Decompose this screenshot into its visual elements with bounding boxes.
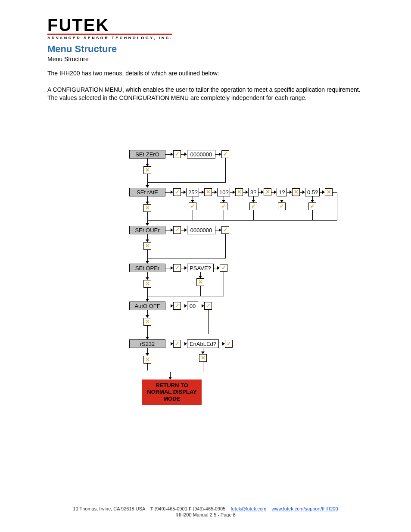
value-set-zero: 0000000 [187, 150, 215, 159]
rate-option-3: 3? [248, 188, 258, 196]
footer-line-1: 10 Thomas, Irvine, CA 92618 USA T (949)-… [0, 506, 411, 511]
cross-icon: ✕ [143, 242, 151, 250]
rate-option-05: 0.5? [305, 188, 320, 196]
check-icon: ✓ [278, 202, 286, 210]
cross-icon: ✕ [143, 204, 151, 212]
logo-text: FUTEK [47, 17, 368, 33]
cross-icon: ✕ [325, 188, 333, 196]
check-icon: ✓ [173, 188, 181, 196]
check-icon: ✓ [308, 202, 316, 210]
footer-address: 10 Thomas, Irvine, CA 92618 USA [73, 506, 145, 511]
cross-icon: ✕ [235, 188, 243, 196]
check-icon: ✓ [189, 202, 196, 210]
menu-flowchart: SEt ZErO ✓ 0000000 ✓ ✕ SEt rAtE ✓ 25? ✕ … [129, 150, 345, 417]
footer-url-link[interactable]: www.futek.com/support/IHH200 [272, 506, 338, 511]
cross-icon: ✕ [143, 318, 151, 326]
rate-option-10: 10? [217, 188, 230, 196]
logo: FUTEK ADVANCED SENSOR TECHNOLOGY, INC. [47, 17, 368, 40]
menu-set-oper: SEt OPEr [129, 264, 165, 272]
check-icon: ✓ [173, 302, 181, 310]
footer-tel: (949)-465-0900 [155, 506, 187, 511]
menu-set-rate: SEt rAtE [129, 188, 165, 196]
cross-icon: ✕ [204, 188, 212, 196]
cross-icon: ✕ [143, 166, 151, 174]
menu-auto-off: AutO OFF [129, 302, 165, 310]
menu-rs232: rS232 [129, 339, 165, 348]
intro-paragraph: The IHH200 has two menus, details of whi… [47, 69, 366, 78]
cross-icon: ✕ [196, 278, 204, 286]
footer: 10 Thomas, Irvine, CA 92618 USA T (949)-… [0, 506, 411, 517]
check-icon: ✓ [220, 202, 227, 210]
check-icon: ✓ [221, 150, 229, 158]
value-rs232: EnAbLEd? [187, 339, 219, 348]
menu-set-ouer: SEt OUEr [129, 226, 165, 234]
rate-option-25: 25? [186, 188, 199, 196]
section-heading: Menu Structure [47, 44, 368, 55]
footer-email-link[interactable]: futek@futek.com [231, 506, 267, 511]
check-icon: ✓ [173, 226, 181, 234]
check-icon: ✓ [173, 340, 181, 348]
value-set-ouer: 0000000 [187, 226, 215, 234]
footer-fax: (949)-465-0905 [193, 506, 225, 511]
cross-icon: ✕ [199, 354, 207, 362]
page: FUTEK ADVANCED SENSOR TECHNOLOGY, INC. M… [0, 0, 411, 532]
value-auto-off: 00 [187, 302, 198, 310]
footer-fax-label: F [189, 506, 192, 511]
check-icon: ✓ [225, 340, 233, 348]
check-icon: ✓ [221, 226, 229, 234]
footer-line-2: IHH200 Manual 2.5 - Page 8 [0, 512, 411, 517]
check-icon: ✓ [173, 150, 181, 158]
check-icon: ✓ [249, 202, 257, 210]
menu-set-zero: SEt ZErO [129, 150, 165, 159]
logo-tagline: ADVANCED SENSOR TECHNOLOGY, INC. [47, 36, 368, 40]
check-icon: ✓ [204, 302, 212, 310]
value-set-oper: PSAVE? [187, 264, 214, 272]
footer-tel-label: T [150, 506, 153, 511]
check-icon: ✓ [173, 264, 181, 272]
check-icon: ✓ [220, 264, 227, 272]
cross-icon: ✕ [292, 188, 300, 196]
cross-icon: ✕ [264, 188, 271, 196]
cross-icon: ✕ [143, 280, 151, 288]
config-menu-paragraph: A CONFIGURATION MENU, which enables the … [47, 86, 366, 103]
section-subheading: Menu Structure [47, 56, 368, 62]
cross-icon: ✕ [143, 356, 151, 364]
return-box: RETURN TO NORMAL DISPLAY MODE [142, 380, 202, 405]
rate-option-1: 1? [277, 188, 287, 196]
